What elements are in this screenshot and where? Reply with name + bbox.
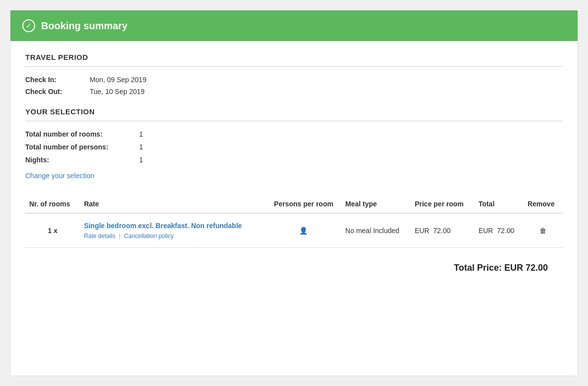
total-price-label: Total Price: EUR 72.00 [454, 263, 548, 273]
check-out-row: Check Out: Tue, 10 Sep 2019 [25, 88, 563, 96]
col-persons-per-room: Persons per room [266, 195, 341, 213]
col-nr-rooms: Nr. of rooms [25, 195, 80, 213]
nights-value: 1 [139, 156, 143, 164]
meal-type-cell: No meal Included [341, 213, 411, 248]
total-amount: 72.00 [497, 227, 514, 235]
check-in-row: Check In: Mon, 09 Sep 2019 [25, 76, 563, 84]
check-out-label: Check Out: [25, 88, 90, 96]
check-out-value: Tue, 10 Sep 2019 [90, 88, 145, 96]
col-rate: Rate [80, 195, 266, 213]
rooms-label: Total number of rooms: [25, 130, 139, 138]
room-count-cell: 1 x [25, 213, 80, 248]
rate-details-link[interactable]: Rate details [84, 233, 115, 240]
persons-per-room-cell: 👤 [266, 213, 341, 248]
rooms-table: Nr. of rooms Rate Persons per room Meal … [25, 195, 563, 248]
your-selection-divider [25, 121, 563, 121]
remove-cell[interactable]: 🗑 [524, 213, 563, 248]
rate-sub-links: Rate details | Cancellation policy [84, 233, 173, 240]
col-total: Total [475, 195, 524, 213]
table-body: 1 x Single bedroom excl. Breakfast. Non … [25, 213, 563, 248]
nights-label: Nights: [25, 156, 139, 164]
your-selection-section: YOUR SELECTION Total number of rooms: 1 … [25, 107, 563, 180]
price-per-room-cell: EUR 72.00 [411, 213, 475, 248]
persons-value: 1 [139, 143, 143, 151]
travel-period-section: TRAVEL PERIOD Check In: Mon, 09 Sep 2019… [25, 53, 563, 96]
rooms-count-row: Total number of rooms: 1 [25, 130, 563, 138]
rate-cell: Single bedroom excl. Breakfast. Non refu… [80, 213, 266, 248]
main-content: TRAVEL PERIOD Check In: Mon, 09 Sep 2019… [10, 41, 578, 295]
persons-count-row: Total number of persons: 1 [25, 143, 563, 151]
total-currency: EUR [479, 227, 493, 235]
booking-summary-page: ✓ Booking summary TRAVEL PERIOD Check In… [10, 10, 578, 376]
separator: | [119, 233, 120, 240]
total-cell: EUR 72.00 [475, 213, 524, 248]
rate-name-link[interactable]: Single bedroom excl. Breakfast. Non refu… [84, 222, 262, 230]
your-selection-title: YOUR SELECTION [25, 107, 563, 116]
travel-period-title: TRAVEL PERIOD [25, 53, 563, 61]
col-meal-type: Meal type [341, 195, 411, 213]
table-header: Nr. of rooms Rate Persons per room Meal … [25, 195, 563, 213]
cancellation-policy-link[interactable]: Cancellation policy [124, 233, 174, 240]
change-selection-link[interactable]: Change your selection [25, 172, 94, 180]
check-in-value: Mon, 09 Sep 2019 [90, 76, 146, 84]
col-price-per-room: Price per room [411, 195, 475, 213]
booking-header: ✓ Booking summary [10, 10, 578, 41]
price-amount: 72.00 [433, 227, 451, 235]
price-currency: EUR [415, 227, 429, 235]
check-in-label: Check In: [25, 76, 90, 84]
table-row: 1 x Single bedroom excl. Breakfast. Non … [25, 213, 563, 248]
booking-header-title: Booking summary [41, 20, 127, 32]
total-price-row: Total Price: EUR 72.00 [25, 248, 563, 283]
rooms-value: 1 [139, 130, 143, 138]
table-header-row: Nr. of rooms Rate Persons per room Meal … [25, 195, 563, 213]
persons-label: Total number of persons: [25, 143, 139, 151]
nights-row: Nights: 1 [25, 156, 563, 164]
check-circle-icon: ✓ [22, 19, 35, 32]
col-remove: Remove [524, 195, 563, 213]
travel-period-divider [25, 66, 563, 67]
